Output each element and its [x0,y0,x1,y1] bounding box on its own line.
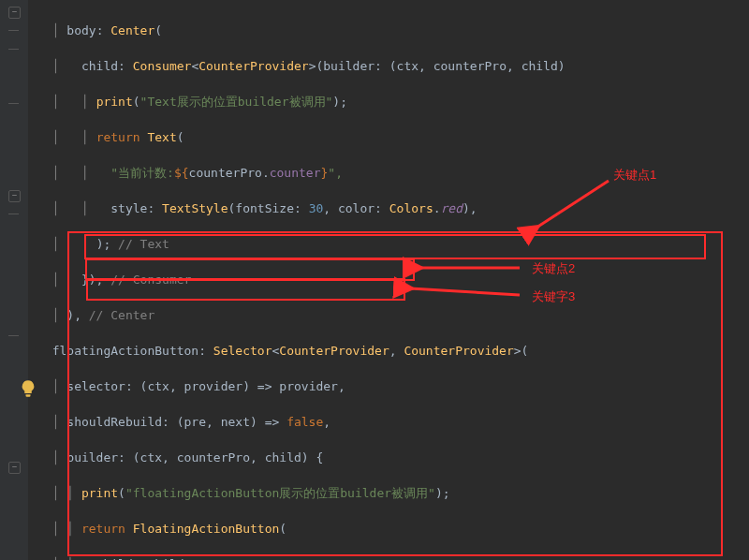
fold-guide [8,30,19,33]
annotation-label-3: 关键字3 [532,288,575,305]
annotation-label-2: 关键点2 [532,260,575,277]
fold-guide [8,103,19,106]
editor-gutter: − − − [0,0,28,560]
fold-guide [8,335,19,338]
fold-guide [8,214,19,216]
code-area[interactable]: │ body: Center( │ child: Consumer<Counte… [30,0,749,560]
fold-icon[interactable]: − [8,7,21,19]
annotation-label-1: 关键点1 [613,167,656,184]
fold-icon[interactable]: − [8,462,21,474]
fold-guide [8,49,19,52]
editor-viewport: − − − │ body: Center( │ child: Consumer<… [0,0,749,560]
fold-icon[interactable]: − [8,190,21,202]
